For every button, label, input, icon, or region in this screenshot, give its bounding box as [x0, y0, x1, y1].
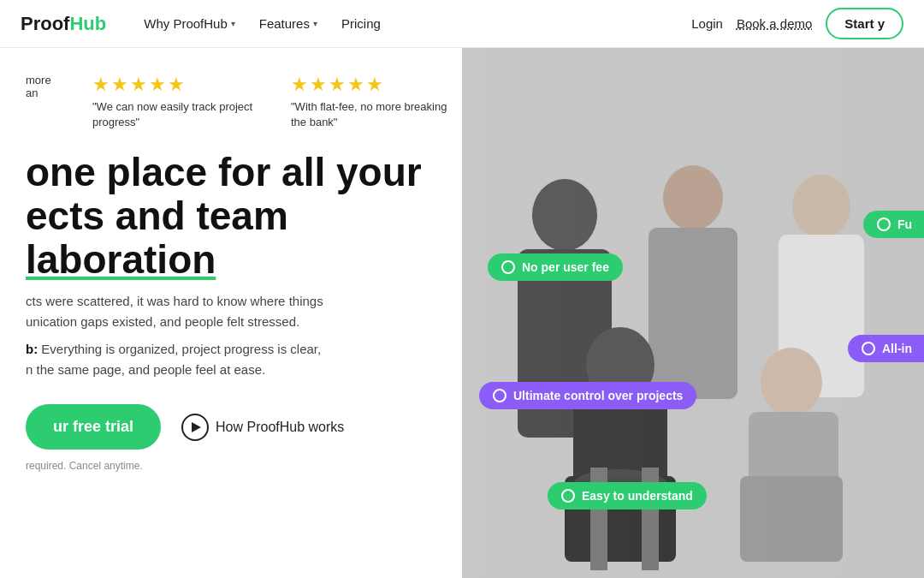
hero-body-after: b: Everything is organized, project prog…	[26, 339, 419, 380]
login-link[interactable]: Login	[691, 16, 723, 31]
badge-circle-icon	[501, 260, 515, 274]
hero-section: more an ★★★★★ "We can now easily track p…	[0, 48, 924, 578]
reviews-row: more an ★★★★★ "We can now easily track p…	[26, 74, 462, 130]
badge-no-per-user-fee: No per user fee	[488, 253, 623, 281]
review-prefix-text: more an	[26, 74, 65, 99]
play-triangle-icon	[192, 422, 201, 432]
badge-easy-to-understand: Easy to understand	[548, 482, 707, 509]
start-free-trial-button[interactable]: ur free trial	[26, 404, 161, 450]
badge-circle-icon	[561, 489, 575, 503]
nav-links: Why ProofHub ▾ Features ▾ Pricing	[133, 9, 691, 38]
play-icon	[181, 414, 209, 441]
start-trial-button[interactable]: Start y	[826, 8, 903, 39]
logo[interactable]: ProofHub	[21, 13, 106, 35]
book-demo-link[interactable]: Book a demo	[737, 16, 812, 31]
review-item-2: ★★★★★ "With flat-fee, no more breaking t…	[291, 74, 462, 130]
team-photo: No per user fee Ultimate control over pr…	[462, 48, 924, 578]
hero-left-panel: more an ★★★★★ "We can now easily track p…	[0, 48, 462, 578]
no-credit-card-text: required. Cancel anytime.	[26, 460, 462, 472]
nav-features[interactable]: Features ▾	[249, 9, 328, 38]
review-item-1: ★★★★★ "We can now easily track project p…	[92, 74, 264, 130]
badge-circle-icon	[877, 217, 891, 231]
badge-circle-icon	[862, 342, 875, 355]
nav-right: Login Book a demo Start y	[691, 8, 903, 39]
cta-row: ur free trial How ProofHub works	[26, 404, 462, 450]
hero-right-panel: No per user fee Ultimate control over pr…	[462, 48, 924, 578]
hero-body-before: cts were scattered, it was hard to know …	[26, 291, 419, 332]
review-text-1: "We can now easily track project progres…	[92, 99, 264, 130]
stars-2: ★★★★★	[291, 74, 462, 96]
nav-pricing[interactable]: Pricing	[331, 9, 391, 38]
badge-ultimate-control: Ultimate control over projects	[479, 382, 696, 409]
badge-all-in: All-in	[848, 335, 924, 362]
navbar: ProofHub Why ProofHub ▾ Features ▾ Prici…	[0, 0, 924, 48]
chevron-down-icon: ▾	[231, 19, 235, 28]
stars-1: ★★★★★	[92, 74, 264, 96]
nav-why-proofhub[interactable]: Why ProofHub ▾	[133, 9, 246, 38]
review-text-2: "With flat-fee, no more breaking the ban…	[291, 99, 462, 130]
hero-headline: one place for all your ects and team lab…	[26, 151, 462, 281]
how-proofhub-works-link[interactable]: How ProofHub works	[181, 414, 344, 441]
badge-circle-icon	[493, 389, 506, 402]
chevron-down-icon: ▾	[313, 19, 317, 28]
badge-full-right: Fu	[863, 211, 924, 238]
review-item-prefix: more an	[26, 74, 65, 99]
